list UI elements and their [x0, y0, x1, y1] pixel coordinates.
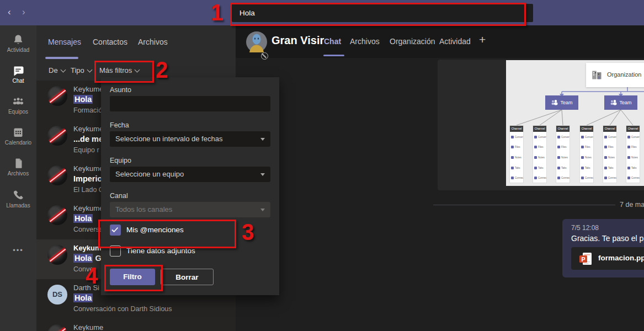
avatar: [47, 126, 67, 146]
caret-down-icon: [260, 138, 265, 141]
org-chart-image[interactable]: Organization Team Team ChannelConversati…: [506, 60, 644, 186]
date-divider: [433, 205, 615, 205]
add-tab-icon[interactable]: +: [479, 33, 486, 46]
sidebar-item-actividad[interactable]: Actividad: [0, 33, 36, 53]
channel-item-icon: [627, 177, 630, 179]
app-rail: Actividad Chat Equipos: [0, 25, 36, 331]
org-team-box: Team: [545, 95, 578, 110]
avatar: [47, 86, 67, 106]
channel-item-icon: [534, 167, 537, 169]
bell-icon: [12, 33, 25, 46]
avatar: [47, 324, 67, 331]
date-select[interactable]: Seleccione un intervalo de fechas: [110, 131, 270, 147]
calendar-icon: [12, 126, 25, 139]
channel-item-icon: [604, 146, 607, 148]
channel-item-icon: [557, 136, 560, 138]
channel-item-icon: [581, 156, 584, 159]
caret-down-icon: [260, 209, 265, 211]
team-select[interactable]: Seleccione un equipo: [110, 167, 270, 182]
team-people-icon: [610, 100, 618, 105]
file-attachment[interactable]: P formacion.pp: [571, 247, 644, 270]
tab-mensajes[interactable]: Mensajes: [48, 38, 81, 46]
svg-text:P: P: [581, 256, 585, 263]
chevron-down-icon: [135, 67, 140, 73]
sidebar-item-equipos[interactable]: Equipos: [0, 95, 36, 115]
teams-app: ‹ › Actividad Chat: [0, 0, 644, 331]
conversation-row[interactable]: Keykume Hola: [36, 319, 236, 331]
subject-input[interactable]: [110, 96, 270, 111]
message-text: Gracias. Te paso el pp: [571, 234, 644, 243]
channel-item-icon: [581, 167, 584, 169]
chat-title: Gran Visir: [272, 34, 324, 47]
attachment-name: formacion.pp: [598, 254, 644, 262]
org-channel-column: ChannelConversationsFilesNotesTabsConnec…: [556, 125, 570, 183]
filter-chip-mas-filtros[interactable]: Más filtros: [99, 66, 139, 74]
search-input[interactable]: [232, 4, 533, 22]
forward-icon[interactable]: ›: [22, 7, 25, 18]
channel-item-icon: [604, 167, 607, 169]
blocked-status-icon: [261, 52, 268, 60]
channel-item-icon: [557, 177, 560, 179]
sidebar-item-chat[interactable]: Chat: [0, 64, 36, 84]
sidebar-item-llamadas[interactable]: Llamadas: [0, 189, 36, 209]
sidebar-item-calendario[interactable]: Calendario: [0, 126, 36, 146]
team-people-icon: [551, 100, 558, 105]
org-channel-column: ChannelConversationsFilesNotesTabsConnec…: [579, 125, 594, 183]
channel-item-icon: [627, 156, 630, 159]
date-divider-label: 7 de may: [620, 201, 644, 209]
chevron-down-icon: [87, 67, 92, 73]
filter-clear-button[interactable]: Borrar: [161, 269, 214, 285]
channel-item-icon: [627, 146, 630, 148]
powerpoint-icon: P: [578, 252, 593, 266]
file-icon: [12, 157, 25, 170]
avatar: [47, 166, 67, 185]
channel-item-icon: [604, 156, 607, 159]
more-filters-panel: Asunto Fecha Seleccione un intervalo de …: [101, 77, 279, 295]
more-apps-icon[interactable]: •••: [0, 246, 36, 254]
team-label: Equipo: [110, 157, 131, 164]
channel-item-icon: [604, 177, 607, 179]
avatar: [47, 205, 67, 225]
message-timestamp: 7/5 12:08: [571, 224, 599, 232]
back-icon[interactable]: ‹: [8, 7, 11, 18]
sidebar-item-archivos[interactable]: Archivos: [0, 157, 36, 177]
channel-item-icon: [534, 146, 537, 148]
filter-chip-tipo[interactable]: Tipo: [71, 66, 92, 74]
org-channel-column: ChannelConversationsFilesNotesTabsConnec…: [626, 125, 640, 183]
channel-item-icon: [627, 167, 630, 169]
tab-organizacion[interactable]: Organización: [390, 37, 435, 46]
active-tab-underline: [323, 55, 344, 56]
results-header: Mensajes Contactos Archivos De Tipo Más …: [36, 25, 236, 81]
channel-item-icon: [511, 177, 514, 179]
channel-item-icon: [534, 136, 537, 138]
channel-item-icon: [627, 136, 630, 138]
filter-apply-button[interactable]: Filtro: [110, 269, 155, 285]
channel-item-icon: [557, 146, 560, 148]
avatar: DS: [47, 285, 67, 305]
channel-item-icon: [511, 136, 514, 138]
channel-item-icon: [534, 177, 537, 179]
top-bar: ‹ ›: [0, 0, 644, 25]
phone-icon: [12, 189, 25, 202]
tab-contactos[interactable]: Contactos: [93, 38, 127, 46]
message-bubble: 7/5 12:08 Gracias. Te paso el pp P forma…: [562, 219, 644, 277]
channel-select-disabled: Todos los canales: [110, 202, 270, 217]
avatar: [246, 31, 267, 52]
checkbox-checked-icon[interactable]: [110, 225, 121, 236]
filter-chip-de[interactable]: De: [49, 66, 65, 74]
building-icon: [592, 70, 603, 81]
channel-item-icon: [557, 156, 560, 159]
chevron-down-icon: [60, 67, 66, 73]
channel-item-icon: [581, 136, 584, 138]
org-team-box: Team: [604, 95, 637, 110]
date-label: Fecha: [110, 121, 129, 129]
chat-icon: [12, 64, 25, 77]
tab-archivos[interactable]: Archivos: [138, 38, 168, 46]
checkbox-unchecked-icon[interactable]: [110, 245, 121, 257]
active-tab-underline: [45, 57, 78, 59]
subject-label: Asunto: [110, 86, 131, 94]
tab-actividad[interactable]: Actividad: [439, 37, 471, 46]
tab-chat[interactable]: Chat: [324, 37, 341, 46]
tab-archivos[interactable]: Archivos: [350, 37, 380, 46]
channel-item-icon: [557, 167, 560, 169]
